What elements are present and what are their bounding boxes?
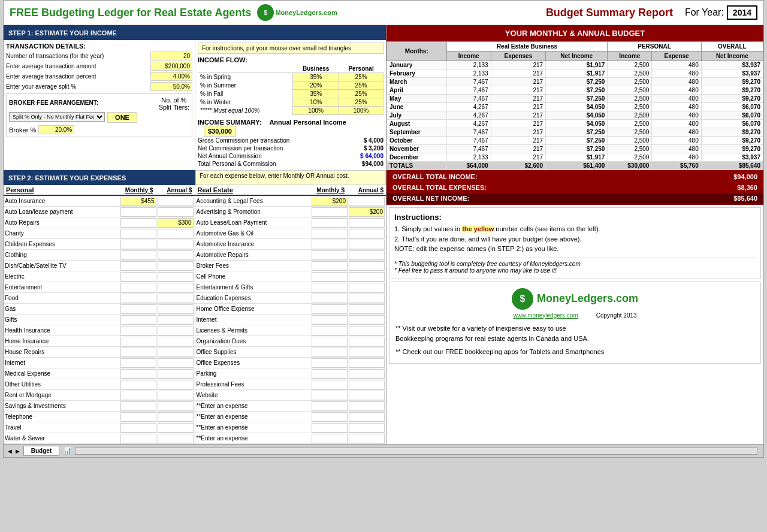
year-value[interactable]: 2014 [727,5,757,20]
personal-monthly-input[interactable] [120,272,156,282]
personal-monthly-input[interactable] [120,304,156,314]
re-annual-input[interactable] [349,240,385,249]
re-annual-input[interactable] [349,283,385,292]
personal-annual-input[interactable] [158,250,194,260]
re-monthly-input[interactable] [312,229,348,238]
re-monthly-input[interactable] [312,369,348,379]
personal-annual-input[interactable] [158,326,194,335]
re-monthly-input[interactable] [312,358,348,368]
personal-annual-input[interactable] [158,240,194,249]
re-annual-input[interactable] [349,337,385,346]
personal-annual-input[interactable] [158,412,194,422]
personal-monthly-input[interactable] [120,326,156,335]
personal-annual-input[interactable] [158,380,194,389]
re-annual-input[interactable] [349,207,385,217]
budget-tab[interactable]: Budget [23,446,59,456]
personal-annual-input[interactable] [158,423,194,433]
broker-dropdown[interactable]: Split % Only - No Monthly Flat Fee [9,112,105,122]
personal-monthly-input[interactable] [120,380,156,389]
personal-annual-input[interactable] [158,304,194,314]
re-monthly-input[interactable] [312,391,348,400]
personal-annual-input[interactable] [158,229,194,238]
nav-next[interactable]: ► [14,448,21,455]
personal-monthly-input[interactable] [120,412,156,422]
personal-annual-input[interactable] [158,294,194,303]
re-monthly-input[interactable] [312,207,348,217]
personal-monthly-input[interactable] [120,423,156,433]
transaction-input-1[interactable] [150,62,192,71]
re-annual-input[interactable] [349,401,385,411]
personal-monthly-input[interactable] [120,315,156,325]
re-annual-input[interactable] [349,229,385,238]
personal-monthly-input[interactable] [120,294,156,303]
transaction-input-2[interactable] [150,72,192,81]
re-annual-input[interactable] [349,434,385,443]
personal-annual-input[interactable] [158,207,194,217]
income-business-cell[interactable]: 20% [293,81,339,90]
re-monthly-input[interactable] [312,315,348,325]
re-monthly-input[interactable] [312,240,348,249]
broker-percent-input[interactable] [38,125,74,134]
re-annual-input[interactable] [349,294,385,303]
re-annual-input[interactable] [349,347,385,357]
re-monthly-input[interactable] [312,294,348,303]
personal-annual-input[interactable] [158,261,194,271]
personal-monthly-input[interactable] [120,218,156,228]
personal-annual-input[interactable] [158,391,194,400]
re-monthly-input[interactable] [312,380,348,389]
income-business-cell[interactable]: 100% [293,107,339,115]
income-personal-cell[interactable]: 25% [339,98,384,107]
personal-monthly-input[interactable] [120,229,156,238]
personal-monthly-input[interactable] [120,369,156,379]
income-business-cell[interactable]: 10% [293,98,339,107]
personal-annual-input[interactable] [158,197,194,206]
re-monthly-input[interactable] [312,304,348,314]
re-monthly-input[interactable] [312,261,348,271]
re-monthly-input[interactable] [312,250,348,260]
income-personal-cell[interactable]: 25% [339,90,384,98]
re-monthly-input[interactable] [312,347,348,357]
personal-annual-input[interactable] [158,358,194,368]
personal-annual-input[interactable] [158,347,194,357]
re-annual-input[interactable] [349,315,385,325]
personal-monthly-input[interactable] [120,283,156,292]
horizontal-scrollbar[interactable] [75,448,757,455]
personal-monthly-input[interactable] [120,434,156,443]
re-monthly-input[interactable] [312,218,348,228]
re-monthly-input[interactable] [312,272,348,282]
personal-monthly-input[interactable] [120,337,156,346]
income-personal-cell[interactable]: 100% [339,107,384,115]
re-monthly-input[interactable] [312,434,348,443]
re-monthly-input[interactable] [312,197,348,206]
re-annual-input[interactable] [349,369,385,379]
re-annual-input[interactable] [349,412,385,422]
re-annual-input[interactable] [349,250,385,260]
personal-monthly-input[interactable] [120,391,156,400]
re-annual-input[interactable] [349,358,385,368]
re-monthly-input[interactable] [312,337,348,346]
logo-url[interactable]: www.moneyledgers.com [513,312,578,319]
transaction-input-3[interactable] [150,82,192,91]
re-annual-input[interactable] [349,261,385,271]
personal-annual-input[interactable] [158,315,194,325]
personal-monthly-input[interactable] [120,250,156,260]
re-monthly-input[interactable] [312,401,348,411]
re-annual-input[interactable] [349,197,385,206]
re-monthly-input[interactable] [312,412,348,422]
personal-monthly-input[interactable] [120,347,156,357]
personal-monthly-input[interactable] [120,240,156,249]
re-monthly-input[interactable] [312,326,348,335]
re-annual-input[interactable] [349,272,385,282]
personal-annual-input[interactable] [158,434,194,443]
personal-monthly-input[interactable] [120,197,156,206]
income-business-cell[interactable]: 35% [293,73,339,81]
re-annual-input[interactable] [349,391,385,400]
personal-monthly-input[interactable] [120,261,156,271]
re-annual-input[interactable] [349,218,385,228]
personal-annual-input[interactable] [158,369,194,379]
re-annual-input[interactable] [349,304,385,314]
re-annual-input[interactable] [349,423,385,433]
personal-monthly-input[interactable] [120,358,156,368]
personal-annual-input[interactable] [158,401,194,411]
income-personal-cell[interactable]: 25% [339,81,384,90]
